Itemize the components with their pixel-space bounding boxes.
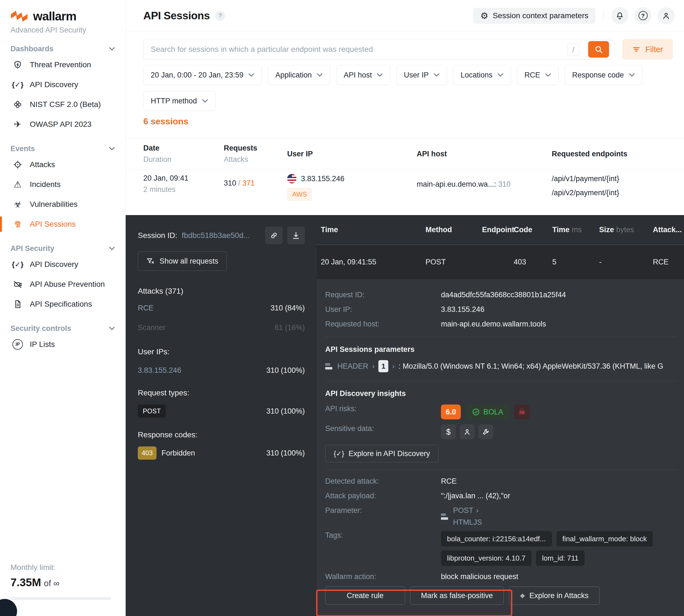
session-table-row[interactable]: 20 Jan, 09:41 2 minutes 310 / 371 3.83.1… [126, 170, 684, 209]
column-time-ms[interactable]: Timems [548, 225, 595, 234]
filter-chip-locations[interactable]: Locations [453, 65, 511, 85]
column-attack[interactable]: Attack... [649, 225, 684, 234]
sensitive-data-technical[interactable] [478, 424, 493, 439]
sidebar-item-vulnerabilities[interactable]: ☣ Vulnerabilities [0, 194, 126, 214]
sidebar-section-security-controls[interactable]: Security controls [0, 322, 126, 334]
filter-button[interactable]: Filter [622, 39, 673, 60]
search-button[interactable] [588, 41, 609, 58]
sidebar-item-incidents[interactable]: ⚠ Incidents [0, 175, 126, 194]
api-discovery-insights-title: API Discovery insights [325, 389, 677, 398]
skull-badge[interactable]: ☠ [514, 404, 530, 419]
detected-attack-label: Detected attack: [325, 477, 441, 486]
risk-score-badge: 6.0 [441, 404, 461, 419]
copy-link-button[interactable] [265, 227, 283, 244]
attack-stat-rce[interactable]: RCE 310 (84%) [138, 304, 305, 312]
column-endpoint[interactable]: Endpoint [478, 225, 510, 234]
title-help-icon[interactable]: ? [215, 11, 225, 21]
sidebar-section-events[interactable]: Events [0, 142, 126, 155]
user-menu-button[interactable] [658, 7, 675, 24]
column-requests[interactable]: Requests [224, 144, 287, 153]
parameter-lines-icon [441, 513, 449, 527]
notifications-button[interactable] [611, 7, 628, 24]
sidebar-item-owasp-api[interactable]: ✈ OWASP API 2023 [0, 114, 126, 134]
sidebar-item-ip-lists[interactable]: IP IP Lists [0, 334, 126, 354]
request-type-stat[interactable]: POST 310 (100%) [138, 404, 305, 418]
create-rule-button[interactable]: Create rule [325, 587, 405, 605]
session-endpoint: /api/v2/payment/{int} [552, 189, 676, 197]
ip-lists-icon: IP [12, 339, 23, 350]
fingerprint-icon [12, 219, 23, 230]
user-ip-stat[interactable]: 3.83.155.246 310 (100%) [138, 366, 305, 375]
sidebar-item-nist-csf[interactable]: NIST CSF 2.0 (Beta) [0, 94, 126, 114]
filter-chip-rce[interactable]: RCE [517, 65, 558, 85]
chevron-down-icon [497, 73, 503, 77]
sidebar-item-api-sessions[interactable]: API Sessions [0, 214, 126, 234]
column-size[interactable]: Sizebytes [595, 225, 649, 234]
session-api-host[interactable]: main-api.eu.demo.wa...: [417, 180, 496, 188]
sensitive-data-label: Sensitive data: [325, 424, 441, 433]
sidebar-item-api-discovery[interactable]: {✓} API Discovery [0, 75, 126, 94]
chevron-down-icon [109, 147, 115, 151]
sidebar-section-dashboards[interactable]: Dashboards [0, 43, 126, 55]
session-context-parameters-button[interactable]: ⚙ Session context parameters [473, 8, 595, 24]
sidebar-item-api-discovery-2[interactable]: {✓} API Discovery [0, 255, 126, 274]
column-date[interactable]: Date [143, 144, 224, 153]
column-method[interactable]: Method [421, 225, 478, 234]
brand-area: wallarm Advanced API Security [0, 0, 126, 35]
help-button[interactable]: ? [634, 7, 652, 24]
sensitive-data-personal[interactable] [460, 424, 475, 439]
filter-chip-user-ip[interactable]: User IP [396, 65, 447, 85]
bot-off-icon [12, 279, 23, 290]
explore-in-attacks-button[interactable]: ⌖ Explore in Attacks [509, 587, 600, 605]
parameter-htmljs[interactable]: HTMLJS [453, 518, 482, 527]
attack-stat-scanner[interactable]: Scanner 61 (16%) [138, 324, 305, 332]
parameter-value: : Mozilla/5.0 (Windows NT 6.1; Win64; x6… [398, 362, 677, 371]
column-api-host[interactable]: API host [417, 150, 552, 158]
filter-chip-application[interactable]: Application [268, 65, 330, 85]
download-icon [292, 231, 300, 240]
sensitive-data-financial[interactable]: $ [441, 424, 456, 439]
request-types-title: Request types: [138, 389, 305, 397]
explore-in-api-discovery-button[interactable]: {✓} Explore in API Discovery [325, 445, 438, 462]
chevron-down-icon [109, 246, 115, 250]
filter-chip-date-range[interactable]: 20 Jan, 0:00 - 20 Jan, 23:59 [143, 65, 262, 85]
api-sessions-parameters-title: API Sessions parameters [325, 345, 677, 354]
filter-chip-http-method[interactable]: HTTP method [143, 91, 215, 111]
column-user-ip[interactable]: User IP [287, 150, 417, 158]
aws-badge: AWS [287, 188, 312, 201]
sidebar-item-api-specifications[interactable]: API Specifications [0, 294, 126, 314]
show-all-requests-button[interactable]: Show all requests [138, 251, 227, 271]
chevron-down-icon [109, 327, 115, 330]
wrench-icon [482, 428, 490, 436]
sidebar-item-api-abuse-prevention[interactable]: API Abuse Prevention [0, 274, 126, 294]
page-header: API Sessions ? ⚙ Session context paramet… [126, 0, 684, 31]
request-time-ms: 5 [548, 258, 595, 266]
filter-chip-response-code[interactable]: Response code [565, 65, 642, 85]
monthly-limit-of: of ∞ [44, 578, 60, 588]
search-input[interactable] [143, 39, 611, 60]
filter-chip-api-host[interactable]: API host [336, 65, 390, 85]
session-parameter-line[interactable]: HEADER › 1 › : Mozilla/5.0 (Windows NT 6… [325, 360, 677, 373]
column-duration[interactable]: Duration [143, 155, 224, 164]
mark-false-positive-button[interactable]: Mark as false-positive [410, 587, 504, 605]
column-code[interactable]: Code [510, 225, 548, 234]
attack-payload-value: ":/|java.lan ... (42),"or [441, 492, 510, 500]
crosshair-icon [12, 159, 23, 170]
gear-icon: ⚙ [480, 11, 488, 20]
us-flag-icon [287, 174, 297, 183]
skull-icon: ☠ [518, 408, 526, 416]
brand-name: wallarm [33, 9, 76, 23]
download-button[interactable] [287, 227, 305, 244]
sidebar-item-threat-prevention[interactable]: Threat Prevention [0, 55, 126, 75]
parameter-method[interactable]: POST › [453, 506, 482, 515]
column-requested-endpoints[interactable]: Requested endpoints [552, 150, 676, 158]
biohazard-icon: ☣ [12, 199, 23, 210]
bola-badge[interactable]: BOLA [466, 404, 509, 419]
sessions-count: 6 sessions [126, 111, 684, 127]
response-code-stat[interactable]: 403 Forbidden 310 (100%) [138, 446, 305, 460]
column-attacks[interactable]: Attacks [224, 155, 287, 164]
sidebar-section-api-security[interactable]: API Security [0, 242, 126, 255]
request-table-row[interactable]: 20 Jan, 09:41:55 POST 403 5 - RCE [317, 245, 684, 279]
column-time[interactable]: Time [317, 225, 421, 234]
sidebar-item-attacks[interactable]: Attacks [0, 155, 126, 175]
